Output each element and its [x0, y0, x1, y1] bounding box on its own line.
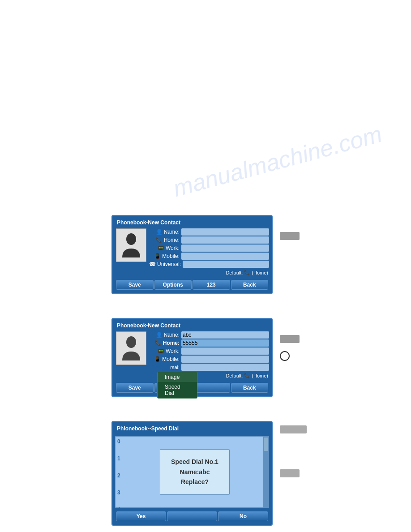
panel2-input-universal[interactable]	[181, 364, 269, 371]
panel2-label-work: 📟 Work:	[149, 348, 180, 354]
sidebar2-circle	[280, 351, 290, 361]
speeddial-numbers: 0 1 2 3 4	[116, 437, 126, 507]
person-icon: 👤	[156, 229, 163, 235]
panel1-default-value: (Home)	[252, 270, 268, 275]
panel1-input-mobile[interactable]	[181, 253, 269, 260]
panel3-title: Phionebook--Speed Dial	[115, 425, 269, 434]
panel2-field-universal: rsal:	[149, 364, 269, 371]
speeddial-line3: Replace?	[171, 477, 218, 487]
person-silhouette-icon	[121, 233, 141, 257]
panel2-back-button[interactable]: Back	[231, 383, 269, 393]
panel2-label-name: 👤 Name:	[149, 332, 180, 338]
person-silhouette2-icon	[121, 336, 141, 360]
sidebar3	[280, 425, 307, 477]
panel1-save-button[interactable]: Save	[116, 280, 154, 290]
work-phone-icon: 📟	[158, 245, 164, 251]
panel2-save-button[interactable]: Save	[116, 383, 154, 393]
panel1-field-work: 📟 Work:	[149, 245, 269, 252]
sidebar3-bottom-indicator	[280, 469, 300, 477]
panel2-empty-button[interactable]	[193, 383, 230, 393]
panel2-field-mobile: 📱 Mobile:	[149, 356, 269, 363]
speeddial-num-2: 2	[117, 472, 124, 479]
speeddial-num-0: 0	[117, 438, 124, 445]
panel2-label-home: 📞 Home:	[149, 340, 180, 346]
speeddial-line2: Name:abc	[171, 467, 218, 477]
speeddial-content: Speed Dial No.1 Name:abc Replace?	[126, 437, 263, 507]
home2-icon-small: 📞	[244, 373, 250, 378]
panel1-default-label: Default:	[226, 270, 243, 275]
panel2-title: Phonebook-New Contact	[115, 322, 269, 331]
panel1-label-home: 📞 Home:	[149, 237, 180, 243]
speeddial-num-4: 4	[117, 506, 124, 513]
speeddial-scrollbar[interactable]	[263, 437, 269, 507]
panel2-input-name[interactable]	[181, 331, 269, 339]
sidebar2-indicator	[280, 335, 300, 343]
panel1-fields: 👤 Name: 📞 Home: 📟	[149, 228, 269, 275]
panel3-dialog: Phionebook--Speed Dial 0 1 2 3 4 Speed D…	[111, 421, 273, 526]
panel1-default-row: Default: 📞 (Home)	[149, 270, 269, 275]
panel1-options-button[interactable]: Options	[154, 280, 192, 290]
home-icon-small: 📞	[244, 270, 250, 275]
panel1-field-home: 📞 Home:	[149, 236, 269, 244]
panel2-field-home: 📞 Home:	[149, 339, 269, 347]
panel1-field-mobile: 📱 Mobile:	[149, 253, 269, 260]
sidebar2	[280, 331, 300, 361]
home-phone-icon: 📞	[156, 237, 163, 243]
work2-phone-icon: 📟	[158, 348, 164, 354]
panel2-field-work: 📟 Work:	[149, 348, 269, 355]
speeddial-num-1: 1	[117, 455, 124, 462]
panel1-label-name: 👤 Name:	[149, 229, 180, 235]
panel1-label-universal: ☎ Universal:	[149, 261, 181, 267]
panel2-input-mobile[interactable]	[181, 356, 269, 363]
panel2-default-label: Default:	[226, 373, 243, 378]
panel1-label-work: 📟 Work:	[149, 245, 180, 251]
svg-point-0	[126, 233, 136, 245]
speeddial-scrollbar-thumb	[264, 438, 268, 451]
panel1-dialog: Phonebook-New Contact 👤 Name:	[111, 215, 273, 294]
panel1-input-home[interactable]	[181, 236, 269, 244]
panel1-input-work[interactable]	[181, 245, 269, 252]
panel1-input-universal[interactable]	[183, 261, 269, 268]
speeddial-num-3: 3	[117, 489, 124, 496]
speeddial-line1: Speed Dial No.1	[171, 457, 218, 467]
panel2-dialog: Phonebook-New Contact 👤 Name:	[111, 318, 273, 397]
panel1-back-button[interactable]: Back	[231, 280, 269, 290]
panel1-input-name[interactable]	[181, 228, 269, 236]
mobile2-phone-icon: 📱	[154, 356, 161, 362]
home2-phone-icon: 📞	[155, 340, 162, 346]
panel2-input-home[interactable]	[181, 339, 269, 347]
panel1-label-mobile: 📱 Mobile:	[149, 253, 180, 259]
mobile-phone-icon: 📱	[154, 253, 161, 259]
svg-point-1	[126, 336, 136, 348]
popup-image-item[interactable]: Image	[158, 372, 197, 382]
panel3-no-button[interactable]: No	[218, 511, 268, 521]
panel1-btn-bar: Save Options 123 Back	[115, 278, 269, 291]
sidebar3-top-indicator	[280, 425, 307, 433]
sidebar1-indicator	[280, 232, 300, 240]
panel1-field-universal: ☎ Universal:	[149, 261, 269, 268]
watermark: manualmachine.com	[170, 120, 385, 202]
sidebar1	[280, 228, 300, 240]
panel1-field-name: 👤 Name:	[149, 228, 269, 236]
panel1-avatar	[116, 228, 146, 262]
panel2-input-work[interactable]	[181, 348, 269, 355]
panel2-default-value: (Home)	[252, 373, 268, 378]
popup-speeddial-item[interactable]: Speed Dial	[158, 382, 197, 398]
panel1-title: Phonebook-New Contact	[115, 219, 269, 228]
panel3-btn-bar: Yes No	[115, 510, 269, 522]
panel3-yes-button[interactable]: Yes	[116, 511, 166, 521]
panel3-empty-button[interactable]	[167, 511, 217, 521]
universal-phone-icon: ☎	[149, 261, 156, 267]
person2-icon: 👤	[156, 332, 163, 338]
panel1-123-button[interactable]: 123	[193, 280, 230, 290]
panel2-field-name: 👤 Name:	[149, 331, 269, 339]
panel2-label-universal: rsal:	[149, 365, 180, 370]
panel2-avatar	[116, 331, 146, 365]
panel2-popup-menu: Image Speed Dial	[157, 372, 197, 399]
panel2-label-mobile: 📱 Mobile:	[149, 356, 180, 362]
speeddial-confirm-dialog: Speed Dial No.1 Name:abc Replace?	[160, 449, 230, 494]
panel3-body: 0 1 2 3 4 Speed Dial No.1 Name:abc Repla…	[115, 436, 269, 508]
